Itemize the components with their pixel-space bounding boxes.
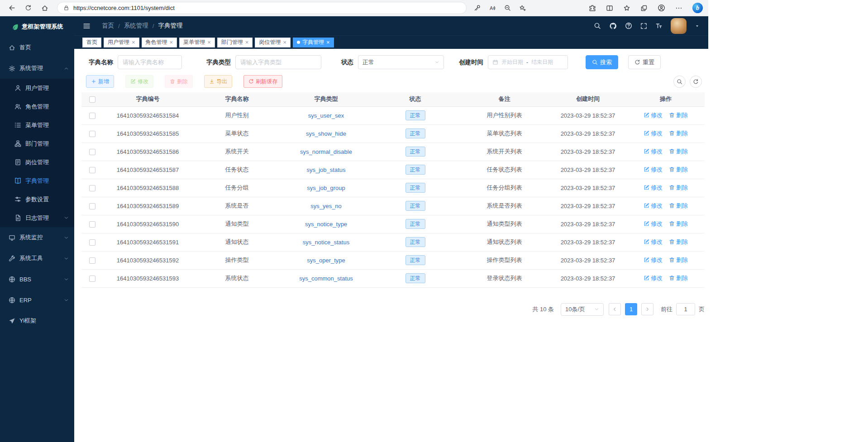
dict-type-link[interactable]: sys_job_group — [307, 185, 345, 191]
sidebar-item-tool[interactable]: 系统工具 — [0, 248, 74, 269]
row-checkbox[interactable] — [89, 185, 95, 191]
row-edit-link[interactable]: 修改 — [644, 274, 663, 282]
browser-back-button[interactable] — [5, 1, 19, 15]
dict-type-input[interactable] — [235, 55, 321, 69]
toggle-search-button[interactable] — [673, 76, 686, 88]
row-checkbox[interactable] — [89, 276, 95, 282]
dict-name-input[interactable] — [118, 55, 182, 69]
dict-type-link[interactable]: sys_normal_disable — [300, 148, 352, 155]
row-edit-link[interactable]: 修改 — [644, 220, 663, 228]
dict-type-link[interactable]: sys_job_status — [307, 166, 346, 173]
sidebar-item-user[interactable]: 用户管理 — [0, 79, 74, 97]
search-button[interactable]: 搜索 — [586, 55, 618, 69]
row-delete-link[interactable]: 删除 — [669, 111, 688, 119]
browser-profile-icon[interactable] — [658, 4, 665, 12]
row-delete-link[interactable]: 删除 — [669, 274, 688, 282]
close-icon[interactable]: × — [245, 39, 249, 45]
goto-page-input[interactable] — [676, 303, 695, 315]
sidebar-item-post[interactable]: 岗位管理 — [0, 153, 74, 171]
add-button[interactable]: 新增 — [86, 75, 114, 88]
edit-button[interactable]: 修改 — [125, 75, 153, 88]
next-page-button[interactable] — [641, 303, 653, 315]
row-delete-link[interactable]: 删除 — [669, 256, 688, 264]
breadcrumb-home[interactable]: 首页 — [102, 22, 114, 30]
user-avatar[interactable] — [671, 18, 687, 34]
page-size-select[interactable]: 10条/页 — [561, 303, 604, 316]
row-delete-link[interactable]: 删除 — [669, 147, 688, 156]
status-select[interactable]: 正常 — [358, 55, 444, 69]
row-edit-link[interactable]: 修改 — [644, 256, 663, 264]
row-checkbox[interactable] — [89, 257, 95, 264]
row-checkbox[interactable] — [89, 113, 95, 119]
row-delete-link[interactable]: 删除 — [669, 184, 688, 192]
split-screen-icon[interactable] — [606, 5, 613, 12]
dict-type-link[interactable]: sys_common_status — [299, 275, 353, 282]
dict-type-link[interactable]: sys_notice_status — [303, 239, 349, 246]
row-checkbox[interactable] — [89, 167, 95, 173]
sidebar-item-bbs[interactable]: BBS — [0, 269, 74, 290]
tab-角色管理[interactable]: 角色管理× — [142, 38, 177, 48]
dict-type-link[interactable]: sys_user_sex — [308, 112, 344, 119]
tab-首页[interactable]: 首页 — [82, 38, 101, 48]
docs-help-icon[interactable] — [625, 22, 632, 29]
row-checkbox[interactable] — [89, 149, 95, 155]
github-icon[interactable] — [609, 22, 617, 30]
dict-type-link[interactable]: sys_oper_type — [307, 257, 345, 264]
read-aloud-icon[interactable]: A — [489, 5, 496, 12]
sidebar-item-config[interactable]: 参数设置 — [0, 190, 74, 209]
row-delete-link[interactable]: 删除 — [669, 166, 688, 174]
sidebar-item-home[interactable]: 首页 — [0, 37, 74, 58]
refresh-table-button[interactable] — [690, 76, 702, 88]
browser-refresh-button[interactable] — [21, 1, 36, 15]
row-checkbox[interactable] — [89, 221, 95, 228]
breadcrumb-system[interactable]: 系统管理 — [124, 22, 148, 30]
sidebar-item-role[interactable]: 角色管理 — [0, 97, 74, 116]
reset-button[interactable]: 重置 — [628, 55, 661, 69]
dict-type-link[interactable]: sys_notice_type — [305, 221, 347, 228]
zoom-out-icon[interactable] — [504, 5, 511, 11]
tab-部门管理[interactable]: 部门管理× — [217, 38, 253, 48]
password-key-icon[interactable] — [474, 5, 481, 11]
row-edit-link[interactable]: 修改 — [644, 184, 663, 192]
copilot-icon[interactable]: b — [692, 3, 703, 13]
tab-岗位管理[interactable]: 岗位管理× — [255, 38, 291, 48]
sidebar-item-dict[interactable]: 字典管理 — [0, 171, 74, 190]
dict-type-link[interactable]: sys_show_hide — [306, 130, 346, 137]
collections-icon[interactable] — [640, 5, 648, 12]
browser-address-bar[interactable]: https://ccnetcore.com:1101/system/dict — [57, 2, 467, 14]
row-delete-link[interactable]: 删除 — [669, 202, 688, 210]
row-checkbox[interactable] — [89, 203, 95, 209]
export-button[interactable]: 导出 — [204, 75, 232, 88]
extensions-icon[interactable] — [589, 5, 596, 12]
sidebar-item-system[interactable]: 系统管理 — [0, 58, 74, 79]
tab-用户管理[interactable]: 用户管理× — [104, 38, 139, 48]
sidebar-item-log[interactable]: 日志管理 — [0, 209, 74, 227]
sidebar-item-monitor[interactable]: 系统监控 — [0, 227, 74, 248]
select-all-checkbox[interactable] — [89, 96, 95, 103]
close-icon[interactable]: × — [326, 39, 330, 45]
row-edit-link[interactable]: 修改 — [644, 147, 663, 156]
row-delete-link[interactable]: 删除 — [669, 238, 688, 246]
row-delete-link[interactable]: 删除 — [669, 220, 688, 228]
row-delete-link[interactable]: 删除 — [669, 129, 688, 138]
caret-down-icon[interactable] — [695, 24, 700, 29]
close-icon[interactable]: × — [283, 39, 286, 45]
row-checkbox[interactable] — [89, 131, 95, 137]
refresh-cache-button[interactable]: 刷新缓存 — [243, 75, 282, 88]
font-size-icon[interactable] — [655, 22, 663, 29]
header-search-icon[interactable] — [594, 22, 601, 29]
close-icon[interactable]: × — [207, 39, 211, 45]
page-1-button[interactable]: 1 — [625, 303, 637, 315]
row-checkbox[interactable] — [89, 239, 95, 246]
add-favorite-icon[interactable] — [519, 5, 526, 11]
dict-type-link[interactable]: sys_yes_no — [310, 203, 342, 209]
sidebar-item-yi[interactable]: Yi框架 — [0, 310, 74, 331]
browser-menu-icon[interactable] — [675, 5, 682, 12]
prev-page-button[interactable] — [609, 303, 621, 315]
favorites-icon[interactable] — [623, 5, 630, 12]
tab-字典管理[interactable]: 字典管理× — [293, 38, 334, 48]
close-icon[interactable]: × — [132, 39, 135, 45]
close-icon[interactable]: × — [170, 39, 173, 45]
date-range-picker[interactable]: 开始日期 - 结束日期 — [488, 55, 568, 69]
sidebar-item-erp[interactable]: ERP — [0, 290, 74, 310]
